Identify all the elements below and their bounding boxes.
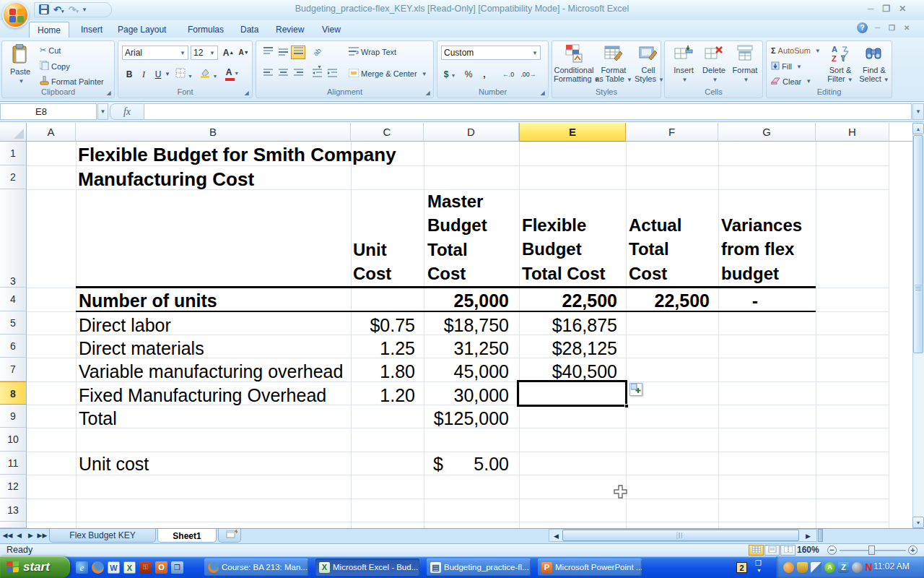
row-header-9[interactable]: 9 bbox=[0, 405, 27, 428]
redo-icon[interactable]: ↷▾ bbox=[68, 5, 78, 14]
tab-page-layout[interactable]: Page Layout bbox=[110, 22, 173, 38]
tray-messenger-icon[interactable] bbox=[783, 562, 794, 573]
column-header-h[interactable]: H bbox=[816, 123, 889, 142]
tray-volume-icon[interactable] bbox=[852, 562, 863, 573]
selected-cell-e8[interactable] bbox=[517, 380, 627, 407]
insert-worksheet-tab[interactable] bbox=[218, 529, 241, 543]
horizontal-scrollbar-thumb[interactable] bbox=[562, 530, 799, 541]
cell-g4[interactable]: - bbox=[718, 290, 758, 311]
auto-fill-options-button[interactable] bbox=[629, 383, 642, 396]
cell-c8[interactable]: 1.20 bbox=[351, 385, 415, 406]
office-button[interactable] bbox=[2, 1, 29, 28]
cell-c6[interactable]: 1.25 bbox=[351, 338, 415, 359]
view-page-break-button[interactable] bbox=[780, 545, 796, 556]
row-header-11[interactable]: 11 bbox=[0, 452, 27, 475]
paste-button[interactable]: Paste▼ bbox=[6, 44, 34, 86]
cell-styles-button[interactable]: Cell Styles▼ bbox=[635, 44, 662, 85]
underline-dropdown-icon[interactable]: ▼ bbox=[164, 67, 171, 81]
scroll-left-icon[interactable]: ◀ bbox=[551, 531, 562, 542]
insert-cells-button[interactable]: Insert▼ bbox=[669, 44, 698, 85]
tab-data[interactable]: Data bbox=[233, 22, 266, 38]
cell-b6[interactable]: Direct materials bbox=[79, 338, 204, 359]
view-page-layout-button[interactable] bbox=[764, 545, 780, 556]
insert-function-button[interactable]: fx bbox=[110, 103, 144, 120]
alignment-dialog-launcher[interactable]: ◢ bbox=[424, 89, 432, 97]
cell-f3[interactable]: Actual Total Cost bbox=[629, 213, 681, 285]
fill-handle[interactable] bbox=[624, 404, 629, 408]
wrap-text-button[interactable]: Wrap Text bbox=[349, 47, 396, 57]
row-header-5[interactable]: 5 bbox=[0, 311, 27, 335]
align-bottom-button[interactable] bbox=[291, 46, 305, 59]
border-button[interactable]: ▼ bbox=[173, 67, 195, 81]
cell-f4[interactable]: 22,500 bbox=[626, 290, 710, 311]
scroll-up-icon[interactable]: ▲ bbox=[912, 123, 924, 134]
cell-c7[interactable]: 1.80 bbox=[351, 361, 415, 382]
help-icon[interactable]: ? bbox=[857, 22, 868, 33]
cell-d3[interactable]: Master Budget Total Cost bbox=[427, 189, 487, 286]
decrease-indent-button[interactable] bbox=[310, 67, 324, 81]
select-all-corner[interactable] bbox=[0, 123, 27, 142]
cell-e4[interactable]: 22,500 bbox=[519, 290, 617, 311]
format-cells-button[interactable]: Format▼ bbox=[730, 44, 760, 85]
cell-d4[interactable]: 25,000 bbox=[424, 290, 509, 311]
quicklaunch-desktop-icon[interactable]: ❒ bbox=[171, 561, 183, 574]
cell-b1[interactable]: Flexible Budget for Smith Company bbox=[78, 144, 396, 166]
cell-b8[interactable]: Fixed Manufacturing Overhead bbox=[79, 385, 326, 406]
tab-view[interactable]: View bbox=[315, 22, 348, 38]
start-button[interactable]: start bbox=[0, 556, 70, 578]
formula-bar-expand-icon[interactable]: ▼ bbox=[912, 103, 924, 120]
tray-tool-icon[interactable] bbox=[811, 562, 821, 573]
scroll-down-icon[interactable]: ▼ bbox=[912, 517, 924, 528]
bold-button[interactable]: B bbox=[122, 67, 136, 81]
tray-chevron-icon[interactable]: ▼ bbox=[757, 568, 762, 573]
column-header-g[interactable]: G bbox=[718, 123, 816, 142]
qat-customize-icon[interactable]: ▾ bbox=[83, 7, 87, 13]
align-center-button[interactable] bbox=[276, 67, 290, 81]
cell-b4[interactable]: Number of units bbox=[79, 290, 217, 311]
cell-d11-value[interactable]: 5.00 bbox=[424, 454, 509, 475]
formula-input[interactable] bbox=[144, 103, 912, 120]
align-middle-button[interactable] bbox=[276, 46, 290, 59]
quicklaunch-keys-icon[interactable]: ⚿ bbox=[139, 561, 152, 574]
fill-color-button[interactable]: ▼ bbox=[198, 67, 219, 81]
autosum-button[interactable]: ΣAutoSum▼ bbox=[771, 46, 821, 55]
format-painter-button[interactable]: Format Painter bbox=[40, 76, 104, 87]
cell-d8[interactable]: 30,000 bbox=[424, 385, 509, 406]
cell-c3[interactable]: Unit Cost bbox=[353, 238, 391, 286]
format-as-table-button[interactable]: Format as Table▼ bbox=[593, 44, 635, 85]
taskbar-task-powerpoint[interactable]: P Microsoft PowerPoint ... bbox=[538, 558, 642, 576]
cell-c5[interactable]: $0.75 bbox=[351, 315, 415, 336]
taskbar-task-budgeting[interactable]: ▤ Budgeting_practice-fl... bbox=[427, 558, 531, 576]
quicklaunch-excel-icon[interactable]: X bbox=[123, 561, 136, 574]
row-header-1[interactable]: 1 bbox=[0, 142, 27, 165]
row-header-12[interactable]: 12 bbox=[0, 475, 27, 499]
increase-indent-button[interactable] bbox=[325, 67, 339, 81]
quicklaunch-word-icon[interactable]: W bbox=[108, 561, 120, 574]
italic-button[interactable]: I bbox=[136, 67, 151, 81]
undo-icon[interactable]: ↶▾ bbox=[53, 5, 64, 14]
name-box-dropdown-icon[interactable]: ▼ bbox=[97, 103, 108, 120]
align-right-button[interactable] bbox=[291, 67, 305, 81]
cell-b5[interactable]: Direct labor bbox=[79, 315, 171, 336]
copy-button[interactable]: Copy bbox=[40, 61, 70, 72]
font-dialog-launcher[interactable]: ◢ bbox=[243, 89, 250, 97]
row-header-8[interactable]: 8 bbox=[0, 381, 27, 405]
zoom-in-icon[interactable]: + bbox=[908, 545, 918, 555]
cell-d5[interactable]: $18,750 bbox=[424, 315, 509, 336]
taskbar-task-excel[interactable]: X Microsoft Excel - Bud... bbox=[315, 558, 419, 576]
column-header-c[interactable]: C bbox=[351, 123, 424, 142]
sort-filter-button[interactable]: AZ Sort & Filter▼ bbox=[823, 44, 858, 85]
tab-formulas[interactable]: Formulas bbox=[180, 22, 231, 38]
underline-button[interactable]: U bbox=[151, 67, 165, 81]
clipboard-dialog-launcher[interactable]: ◢ bbox=[105, 89, 113, 97]
taskbar-task-course[interactable]: Course: BA 213: Man... bbox=[204, 558, 308, 576]
cell-g3[interactable]: Variances from flex budget bbox=[721, 213, 802, 285]
increase-decimal-button[interactable]: ←.0 bbox=[499, 67, 518, 81]
zoom-level[interactable]: 160% bbox=[797, 545, 819, 555]
sheet-tab-sheet1[interactable]: Sheet1 bbox=[157, 529, 217, 543]
minimize-button[interactable]: ─ bbox=[868, 4, 874, 14]
cell-e3[interactable]: Flexible Budget Total Cost bbox=[522, 213, 606, 285]
tab-split-handle[interactable] bbox=[818, 529, 823, 542]
tray-overflow-icon[interactable]: 2 bbox=[736, 562, 747, 573]
workbook-minimize-button[interactable]: ─ bbox=[875, 24, 880, 33]
